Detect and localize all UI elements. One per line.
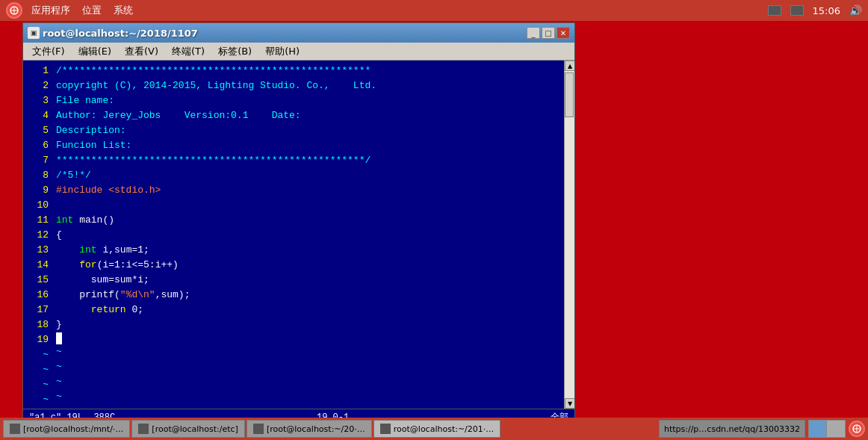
network-sys-icon	[790, 5, 804, 16]
minimize-button[interactable]: _	[527, 27, 540, 39]
close-button[interactable]: ✕	[557, 27, 570, 39]
code-line-8: /*5!*/	[56, 168, 561, 183]
code-content[interactable]: /***************************************…	[53, 61, 564, 409]
cursor-block	[56, 332, 62, 344]
code-line-13: int i,sum=1;	[56, 243, 561, 258]
code-line-1: /***************************************…	[56, 63, 561, 78]
menu-help[interactable]: 帮助(H)	[259, 43, 306, 60]
code-line-19	[56, 332, 561, 344]
code-line-16: printf("%d\n",sum);	[56, 288, 561, 303]
taskbar-label-0: [root@localhost:/mnt/·…	[23, 424, 123, 434]
menu-system[interactable]: 系统	[114, 4, 133, 17]
scroll-down-button[interactable]: ▼	[565, 398, 574, 409]
taskbar-label-3: root@localhost:~/201·…	[394, 424, 495, 434]
app-icon[interactable]	[6, 2, 22, 19]
window-title-left: ▣ root@localhost:~/2018/1107	[28, 27, 198, 39]
tilde-1: ~	[56, 344, 561, 359]
window-titlebar: ▣ root@localhost:~/2018/1107 _ □ ✕	[23, 23, 574, 43]
notification-area: https://p…csdn.net/qq/13003332	[659, 420, 805, 438]
scroll-thumb[interactable]	[565, 72, 574, 117]
taskbar-icon-1	[138, 424, 149, 434]
speaker-icon: 🔊	[849, 4, 862, 16]
terminal-window: ▣ root@localhost:~/2018/1107 _ □ ✕ 文件(F)…	[22, 22, 575, 426]
scroll-track[interactable]	[565, 71, 574, 398]
line-numbers: 1 2 3 4 5 6 7 8 9101112 13141516 171819 …	[23, 61, 53, 409]
system-bar-right: 15:06 🔊	[768, 4, 862, 16]
editor-area: 1 2 3 4 5 6 7 8 9101112 13141516 171819 …	[23, 61, 574, 425]
code-line-7: ****************************************…	[56, 153, 561, 168]
code-line-4: Author: Jerey_Jobs Version:0.1 Date:	[56, 108, 561, 123]
code-line-6: Funcion List:	[56, 138, 561, 153]
scroll-up-button[interactable]: ▲	[565, 61, 574, 71]
menu-places[interactable]: 位置	[82, 4, 102, 17]
taskbar-label-2: [root@localhost:~/20·…	[267, 424, 365, 434]
taskbar-icon-2	[253, 424, 264, 434]
taskbar-icon-0	[10, 424, 20, 434]
taskbar-item-2[interactable]: [root@localhost:~/20·…	[247, 420, 372, 438]
clock: 15:06	[813, 5, 840, 16]
code-line-12: {	[56, 228, 561, 243]
code-line-17: return 0;	[56, 303, 561, 317]
code-line-15: sum=sum*i;	[56, 273, 561, 288]
code-line-9: #include <stdio.h>	[56, 183, 561, 198]
menu-tabs[interactable]: 标签(B)	[212, 43, 258, 60]
system-bar-menus: 应用程序 位置 系统	[31, 4, 133, 17]
system-bar-left: 应用程序 位置 系统	[6, 2, 768, 19]
code-line-18: }	[56, 317, 561, 332]
menu-file[interactable]: 文件(F)	[26, 43, 71, 60]
workspace-pager[interactable]	[808, 420, 846, 438]
window-title: root@localhost:~/2018/1107	[43, 28, 198, 39]
code-line-14: for(i=1:i<=5:i++)	[56, 258, 561, 273]
scrollbar[interactable]: ▲ ▼	[564, 61, 574, 409]
menu-edit[interactable]: 编辑(E)	[72, 43, 117, 60]
menu-view[interactable]: 查看(V)	[119, 43, 164, 60]
tilde-3: ~	[56, 374, 561, 389]
tray-network-icon[interactable]	[849, 421, 865, 437]
window-controls: _ □ ✕	[527, 27, 570, 39]
code-line-10	[56, 198, 561, 213]
tilde-2: ~	[56, 359, 561, 374]
taskbar: [root@localhost:/mnt/·… [root@localhost:…	[0, 418, 868, 440]
window-icon: ▣	[28, 27, 40, 39]
menu-bar: 文件(F) 编辑(E) 查看(V) 终端(T) 标签(B) 帮助(H)	[23, 43, 574, 61]
tilde-4: ~	[56, 389, 561, 404]
taskbar-item-3[interactable]: root@localhost:~/201·…	[373, 420, 501, 438]
code-line-5: Description:	[56, 123, 561, 138]
code-line-2: copyright (C), 2014-2015, Lighting Studi…	[56, 78, 561, 93]
code-line-3: File name:	[56, 93, 561, 108]
system-bar: 应用程序 位置 系统 15:06 🔊	[0, 0, 868, 21]
pager-workspace-1[interactable]	[809, 421, 827, 437]
taskbar-label-1: [root@localhost:/etc]	[152, 424, 238, 434]
taskbar-item-1[interactable]: [root@localhost:/etc]	[131, 420, 245, 438]
menu-apps[interactable]: 应用程序	[31, 4, 70, 17]
editor-main[interactable]: 1 2 3 4 5 6 7 8 9101112 13141516 171819 …	[23, 61, 574, 425]
taskbar-item-0[interactable]: [root@localhost:/mnt/·…	[3, 420, 130, 438]
battery-icon	[768, 5, 781, 16]
taskbar-icon-3	[380, 424, 391, 434]
menu-terminal[interactable]: 终端(T)	[166, 43, 211, 60]
code-line-11: int main()	[56, 213, 561, 228]
taskbar-right: https://p…csdn.net/qq/13003332	[659, 420, 865, 438]
maximize-button[interactable]: □	[542, 27, 555, 39]
